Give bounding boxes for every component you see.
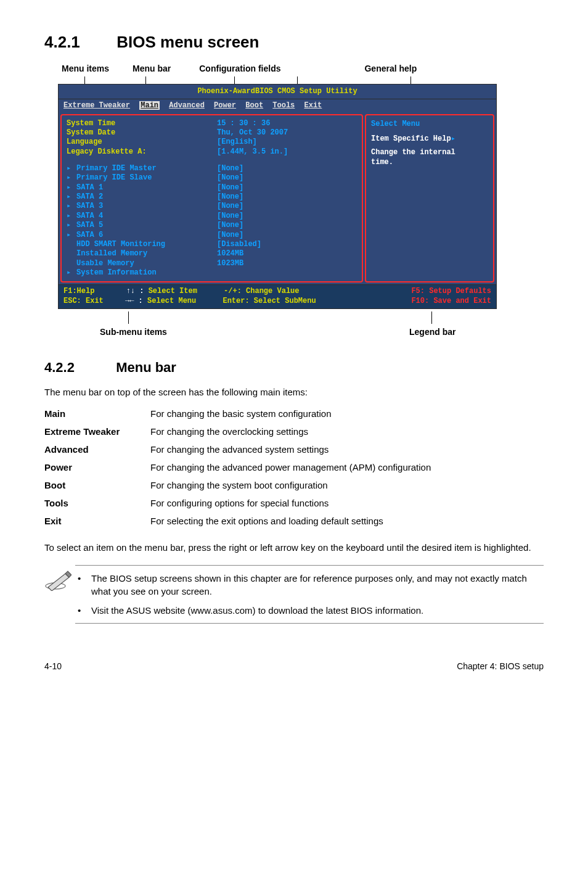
- field-value: 1024MB: [217, 249, 288, 258]
- def-val: For changing the system boot configurati…: [150, 476, 544, 494]
- field-label[interactable]: System Time: [67, 119, 357, 128]
- def-val: For changing the advanced power manageme…: [150, 458, 544, 476]
- menubar-item[interactable]: Exit: [304, 101, 322, 110]
- menubar-item-selected[interactable]: Main: [139, 101, 160, 110]
- def-key: Tools: [44, 494, 150, 512]
- bios-left-pane: System Time System Date Language Legacy …: [60, 114, 363, 283]
- submenu-item[interactable]: ▸SATA 6: [67, 231, 357, 240]
- menubar-item[interactable]: Boot: [245, 101, 263, 110]
- menubar-item[interactable]: Tools: [272, 101, 295, 110]
- legend-enter: Enter: Select SubMenu: [223, 297, 316, 305]
- def-val: For changing the basic system configurat…: [150, 405, 544, 423]
- select-paragraph: To select an item on the menu bar, press…: [44, 541, 544, 554]
- bottom-guide-labels: Sub-menu items Legend bar: [44, 311, 544, 340]
- label-config-fields: Configuration fields: [199, 63, 280, 75]
- field-value: [None]: [217, 202, 288, 211]
- field-value: [None]: [217, 192, 288, 202]
- legend-select-item: Select Item: [149, 287, 197, 295]
- bios-legend-bar: F1:Help ↑↓ : Select Item -/+: Change Val…: [58, 284, 497, 308]
- legend-select-menu: Select Menu: [147, 297, 196, 305]
- heading-421: 4.2.1 BIOS menu screen: [44, 31, 544, 53]
- menubar-item[interactable]: Power: [214, 101, 236, 110]
- def-val: For configuring options for special func…: [150, 494, 544, 512]
- field-value: 1023MB: [217, 259, 288, 268]
- field-label: Usable Memory: [67, 259, 357, 268]
- legend-arrows-ud: ↑↓ :: [126, 287, 144, 295]
- submenu-item[interactable]: ▸SATA 2: [67, 192, 357, 202]
- legend-f10: F10: Save and Exit: [411, 297, 491, 307]
- legend-f5: F5: Setup Defaults: [411, 287, 491, 297]
- field-value: [None]: [217, 183, 288, 192]
- menubar-item[interactable]: Advanced: [169, 101, 205, 110]
- def-val: For selecting the exit options and loadi…: [150, 512, 544, 530]
- heading-421-title: BIOS menu screen: [116, 33, 259, 51]
- bios-title-bar: Phoenix-AwardBIOS CMOS Setup Utility: [58, 84, 497, 99]
- submenu-item[interactable]: ▸Primary IDE Slave: [67, 173, 357, 183]
- field-label[interactable]: HDD SMART Monitoring: [67, 240, 357, 249]
- help-text-line: Change the internal: [371, 147, 488, 157]
- footer-page-num: 4-10: [44, 661, 62, 673]
- heading-422-title: Menu bar: [116, 360, 176, 375]
- bios-help-pane: Select Menu Item Specific Help▸ Change t…: [365, 114, 494, 283]
- field-value: Thu, Oct 30 2007: [217, 128, 288, 138]
- menubar-item[interactable]: Extreme Tweaker: [63, 101, 130, 110]
- field-value: [None]: [217, 231, 288, 240]
- field-value: [None]: [217, 173, 288, 183]
- field-label[interactable]: System Date: [67, 128, 357, 138]
- top-labels-row: Menu items Menu bar Configuration fields…: [44, 63, 544, 75]
- page-footer: 4-10 Chapter 4: BIOS setup: [44, 661, 544, 673]
- bios-menu-bar: Extreme Tweaker Main Advanced Power Boot…: [58, 99, 497, 112]
- bios-body: System Time System Date Language Legacy …: [58, 112, 497, 285]
- def-val: For changing the overclocking settings: [150, 423, 544, 440]
- submenu-item[interactable]: ▸SATA 1: [67, 183, 357, 192]
- submenu-item[interactable]: ▸SATA 4: [67, 212, 357, 221]
- heading-422-num: 4.2.2: [44, 358, 112, 377]
- note-text-2: Visit the ASUS website (www.asus.com) to…: [91, 604, 423, 617]
- bios-values-column: 15 : 30 : 36 Thu, Oct 30 2007 [English] …: [217, 119, 288, 268]
- field-value: [Disabled]: [217, 240, 288, 249]
- note-body: •The BIOS setup screens shown in this ch…: [75, 565, 544, 624]
- field-value: [1.44M, 3.5 in.]: [217, 147, 288, 157]
- legend-change-value: -/+: Change Value: [224, 287, 299, 295]
- help-text-line: time.: [371, 157, 488, 167]
- field-value: [None]: [217, 212, 288, 221]
- label-general-help: General help: [364, 63, 417, 75]
- field-value: 15 : 30 : 36: [217, 119, 288, 128]
- def-val: For changing the advanced system setting…: [150, 440, 544, 458]
- def-key: Extreme Tweaker: [44, 423, 150, 440]
- heading-422: 4.2.2 Menu bar: [44, 358, 544, 377]
- legend-esc: ESC: Exit: [63, 297, 104, 305]
- field-label: Installed Memory: [67, 249, 357, 258]
- submenu-item[interactable]: ▸SATA 3: [67, 202, 357, 211]
- note-text-1: The BIOS setup screens shown in this cha…: [91, 572, 541, 598]
- note-block: •The BIOS setup screens shown in this ch…: [44, 565, 544, 624]
- field-label[interactable]: Legacy Diskette A:: [67, 147, 357, 157]
- submenu-item[interactable]: ▸System Information: [67, 268, 357, 278]
- def-key: Boot: [44, 476, 150, 494]
- label-menu-bar: Menu bar: [133, 63, 171, 75]
- label-menu-items: Menu items: [62, 63, 109, 75]
- pencil-icon: [44, 565, 75, 594]
- svg-marker-1: [48, 574, 69, 591]
- heading-421-num: 4.2.1: [44, 31, 112, 53]
- label-sub-menu-items: Sub-menu items: [100, 326, 167, 339]
- legend-f1: F1:Help: [63, 287, 94, 295]
- top-guide-lines: [44, 76, 544, 84]
- submenu-item[interactable]: ▸SATA 5: [67, 221, 357, 230]
- legend-arrows-lr: →← :: [125, 297, 143, 305]
- def-key: Power: [44, 458, 150, 476]
- menubar-definitions: MainFor changing the basic system config…: [44, 405, 544, 530]
- help-title: Select Menu: [371, 119, 488, 129]
- submenu-item[interactable]: ▸Primary IDE Master: [67, 164, 357, 173]
- field-label[interactable]: Language: [67, 138, 357, 147]
- def-key: Advanced: [44, 440, 150, 458]
- def-key: Exit: [44, 512, 150, 530]
- footer-chapter: Chapter 4: BIOS setup: [457, 661, 544, 673]
- field-value: [English]: [217, 138, 288, 147]
- help-item-specific: Item Specific Help▸: [371, 134, 488, 144]
- field-value: [None]: [217, 221, 288, 230]
- label-legend-bar: Legend bar: [409, 326, 455, 339]
- def-key: Main: [44, 405, 150, 423]
- field-value: [None]: [217, 164, 288, 173]
- bios-screenshot: Phoenix-AwardBIOS CMOS Setup Utility Ext…: [58, 84, 497, 309]
